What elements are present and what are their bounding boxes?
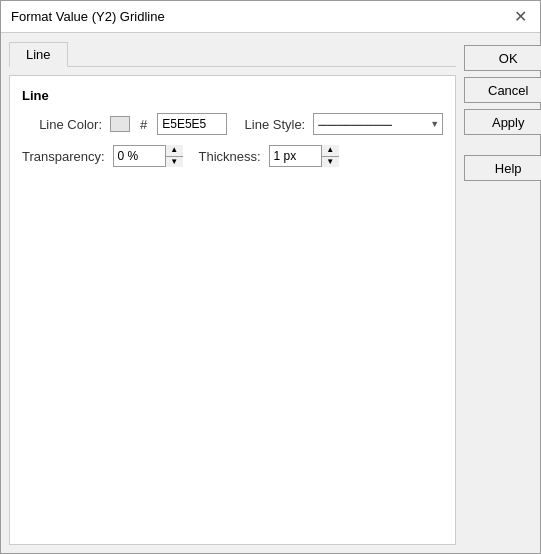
thickness-down-button[interactable]: ▼	[322, 157, 339, 168]
dialog-body: Line Line Line Color: # Line Style: ────…	[1, 33, 540, 553]
color-swatch[interactable]	[110, 116, 130, 132]
tab-bar: Line	[9, 41, 456, 67]
side-buttons: OK Cancel Apply Help	[464, 41, 541, 545]
tab-line[interactable]: Line	[9, 42, 68, 67]
line-color-label: Line Color:	[22, 117, 102, 132]
help-button[interactable]: Help	[464, 155, 541, 181]
line-color-row: Line Color: # Line Style: ──────── - - -…	[22, 113, 443, 135]
ok-button[interactable]: OK	[464, 45, 541, 71]
line-style-select[interactable]: ──────── - - - - - · · · · ·	[313, 113, 443, 135]
transparency-up-button[interactable]: ▲	[166, 145, 183, 157]
title-bar: Format Value (Y2) Gridline ✕	[1, 1, 540, 33]
transparency-label: Transparency:	[22, 149, 105, 164]
thickness-label: Thickness:	[191, 149, 261, 164]
format-gridline-dialog: Format Value (Y2) Gridline ✕ Line Line L…	[0, 0, 541, 554]
hash-symbol: #	[140, 117, 147, 132]
close-button[interactable]: ✕	[510, 7, 530, 27]
dialog-title: Format Value (Y2) Gridline	[11, 9, 165, 24]
transparency-down-button[interactable]: ▼	[166, 157, 183, 168]
line-style-select-wrapper: ──────── - - - - - · · · · ·	[313, 113, 443, 135]
transparency-spinner: ▲ ▼	[113, 145, 183, 167]
apply-button[interactable]: Apply	[464, 109, 541, 135]
line-panel: Line Line Color: # Line Style: ──────── …	[9, 75, 456, 545]
panel-title: Line	[22, 88, 443, 103]
thickness-up-button[interactable]: ▲	[322, 145, 339, 157]
thickness-spinner-buttons: ▲ ▼	[321, 145, 339, 167]
transparency-row: Transparency: ▲ ▼ Thickness: ▲ ▼	[22, 145, 443, 167]
color-input[interactable]	[157, 113, 227, 135]
line-style-label: Line Style:	[235, 117, 305, 132]
cancel-button[interactable]: Cancel	[464, 77, 541, 103]
main-content: Line Line Line Color: # Line Style: ────…	[9, 41, 456, 545]
transparency-spinner-buttons: ▲ ▼	[165, 145, 183, 167]
button-spacer	[464, 141, 541, 149]
thickness-spinner: ▲ ▼	[269, 145, 339, 167]
